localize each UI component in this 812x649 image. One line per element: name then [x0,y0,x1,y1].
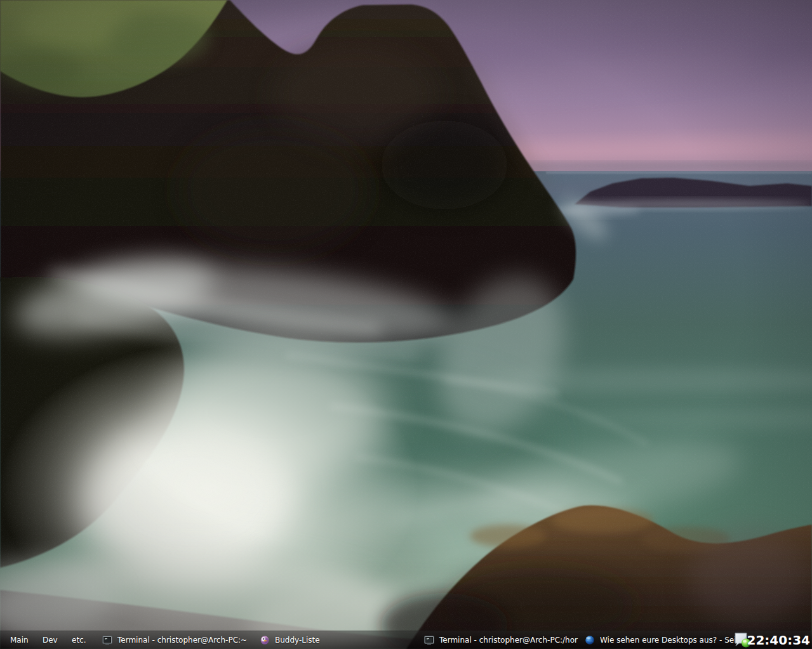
task-label: Buddy-Liste [275,636,320,645]
taskbar-panel: Main Dev etc. Terminal - christopher@Arc… [0,631,812,649]
task-label: Terminal - christopher@Arch-PC:/hor [439,636,578,645]
task-label: Wie sehen eure Desktops aus? - Seit [600,636,739,645]
menu-main[interactable]: Main [10,631,29,649]
task-buddy-list[interactable]: Buddy-Liste [260,631,320,649]
clock[interactable]: 22:40:34 [747,631,811,649]
task-terminal-home[interactable]: Terminal - christopher@Arch-PC:~ [102,631,247,649]
task-browser-desktops-thread[interactable]: Wie sehen eure Desktops aus? - Seit [585,631,739,649]
menu-dev[interactable]: Dev [43,631,58,649]
globe-icon [585,635,595,645]
terminal-icon [102,635,112,645]
menu-etc[interactable]: etc. [72,631,86,649]
desktop[interactable]: Main Dev etc. Terminal - christopher@Arc… [0,0,812,649]
pidgin-icon [260,635,270,645]
wallpaper-image [0,0,812,649]
task-label: Terminal - christopher@Arch-PC:~ [117,636,247,645]
terminal-icon [424,635,434,645]
task-terminal-hor[interactable]: Terminal - christopher@Arch-PC:/hor [424,631,578,649]
